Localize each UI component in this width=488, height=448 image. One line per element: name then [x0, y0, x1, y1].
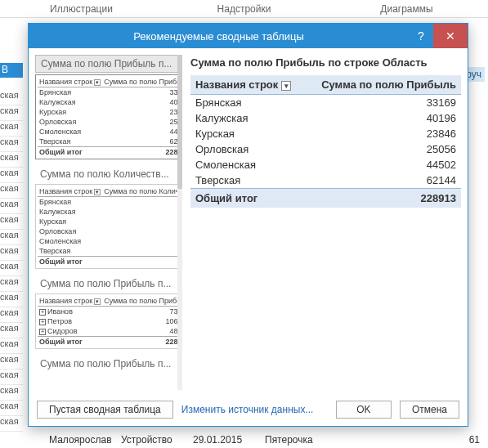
ribbon: Иллюстрации Надстройки Диаграммы — [0, 0, 488, 18]
preview-pane: Сумма по полю Прибыль по строке Область … — [190, 55, 461, 390]
recommended-pivottables-dialog: Рекомендуемые сводные таблицы ? ✕ Сумма … — [28, 23, 468, 427]
preview-title: Сумма по полю Прибыль по строке Область — [190, 56, 461, 69]
preview-row: Калужская40196 — [190, 110, 461, 126]
dialog-title: Рекомендуемые сводные таблицы — [29, 30, 409, 43]
help-button[interactable]: ? — [409, 24, 433, 48]
template-item-title: Сумма по полю Прибыль п... — [35, 276, 182, 292]
dropdown-icon[interactable]: ▾ — [281, 81, 291, 91]
template-thumbnail: Названия строк▾Сумма по полю Прибыль+Ива… — [35, 293, 182, 349]
preview-row: Тверская62144 — [190, 172, 461, 189]
preview-total-row: Общий итог228913 — [190, 189, 461, 208]
ribbon-group-addins[interactable]: Надстройки — [163, 0, 325, 17]
column-header: В — [2, 64, 8, 75]
preview-header-value: Сумма по полю Прибыль — [305, 75, 461, 95]
template-thumbnail: Названия строк▾Сумма по полю ПрибыльБрян… — [35, 74, 182, 159]
titlebar: Рекомендуемые сводные таблицы ? ✕ — [29, 24, 468, 48]
template-list: Сумма по полю Прибыль п...Названия строк… — [35, 55, 182, 390]
preview-row: Курская23846 — [190, 126, 461, 141]
ribbon-group-charts[interactable]: Диаграммы — [325, 0, 488, 17]
ribbon-group-illustrations[interactable]: Иллюстрации — [0, 0, 163, 17]
template-item-title: Сумма по полю Количеств... — [35, 166, 182, 182]
button-bar: Пустая сводная таблица Изменить источник… — [29, 393, 468, 426]
footer-row: Малоярослав Устройство 29.01.2015 Пятеро… — [49, 434, 480, 446]
template-item-title: Сумма по полю Прибыль п... — [35, 356, 182, 372]
preview-table: Названия строк▾ Сумма по полю Прибыль Бр… — [190, 75, 461, 208]
template-list-scroll[interactable]: Сумма по полю Прибыль п...Названия строк… — [35, 55, 182, 390]
template-item[interactable]: Сумма по полю Прибыль п...Названия строк… — [35, 55, 182, 159]
template-item-title: Сумма по полю Прибыль п... — [35, 55, 182, 73]
template-item[interactable]: Сумма по полю Количеств...Названия строк… — [35, 166, 182, 269]
change-data-source-link[interactable]: Изменить источник данных... — [181, 404, 314, 415]
template-item[interactable]: Сумма по полю Прибыль п...Названия строк… — [35, 276, 182, 349]
template-thumbnail: Названия строк▾Сумма по полю КоличествоБ… — [35, 184, 182, 269]
cancel-button[interactable]: Отмена — [400, 401, 459, 419]
preview-header-rows: Названия строк▾ — [190, 75, 305, 95]
template-item[interactable]: Сумма по полю Прибыль п... — [35, 356, 182, 372]
ok-button[interactable]: OK — [336, 401, 392, 419]
blank-pivottable-button[interactable]: Пустая сводная таблица — [37, 401, 173, 419]
preview-row: Орловская25056 — [190, 141, 461, 157]
preview-row: Смоленская44502 — [190, 157, 461, 172]
close-button[interactable]: ✕ — [433, 24, 468, 48]
preview-row: Брянская33169 — [190, 95, 461, 111]
row-fragments: скаяская скаяская скаяская скаяская ская… — [0, 90, 23, 432]
